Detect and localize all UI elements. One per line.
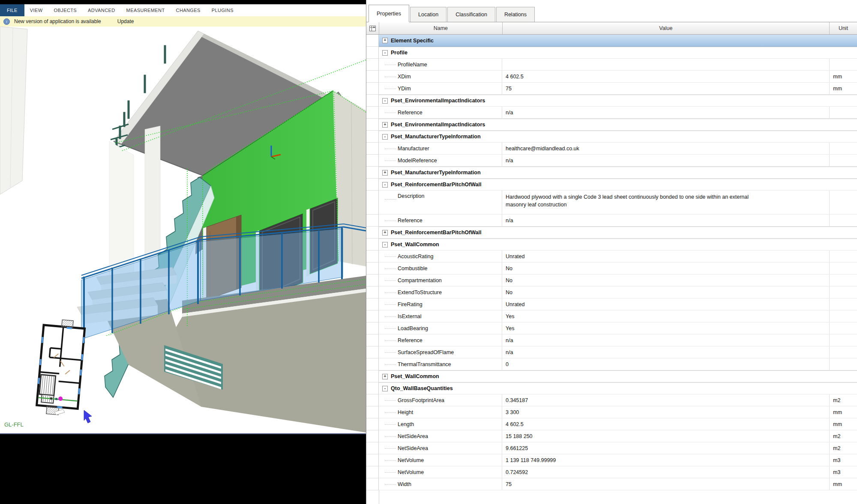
menu-item-measurement[interactable]: MEASUREMENT xyxy=(121,4,171,16)
collapse-icon[interactable]: - xyxy=(382,386,388,391)
row-selector[interactable] xyxy=(366,251,379,262)
property-row[interactable]: AcousticRatingUnrated xyxy=(366,251,857,262)
property-row[interactable]: SurfaceSpreadOfFlamen/a xyxy=(366,346,857,358)
3d-viewport[interactable]: GL-FFL xyxy=(0,27,366,433)
row-selector[interactable] xyxy=(366,227,379,239)
property-row[interactable]: Height3 300mm xyxy=(366,406,857,418)
expand-icon[interactable]: + xyxy=(382,374,388,379)
row-selector[interactable] xyxy=(366,95,379,107)
property-row[interactable]: FireRatingUnrated xyxy=(366,298,857,310)
expand-icon[interactable]: + xyxy=(382,170,388,176)
tab-properties[interactable]: Properties xyxy=(369,5,409,22)
column-header-name[interactable]: Name xyxy=(379,22,503,34)
property-row[interactable]: CombustibleNo xyxy=(366,262,857,274)
row-selector[interactable] xyxy=(366,370,379,382)
property-row[interactable]: +Pset_WallCommon xyxy=(366,370,857,382)
grid-settings-cell[interactable]: ▾ xyxy=(366,22,379,34)
row-selector[interactable] xyxy=(366,215,379,227)
menu-item-changes[interactable]: CHANGES xyxy=(171,4,206,16)
row-selector[interactable] xyxy=(366,310,379,322)
floorplan-minimap[interactable] xyxy=(36,318,85,417)
property-row[interactable]: DescriptionHardwood plywood with a singl… xyxy=(366,191,857,215)
row-selector[interactable] xyxy=(366,478,379,490)
row-selector[interactable] xyxy=(366,466,379,478)
expand-icon[interactable]: + xyxy=(382,230,388,236)
row-selector[interactable] xyxy=(366,382,379,394)
expand-icon[interactable]: + xyxy=(382,122,388,128)
property-row[interactable]: +Pset_ReinforcementBarPitchOfWall xyxy=(366,227,857,239)
property-row[interactable]: CompartmentationNo xyxy=(366,274,857,286)
property-row[interactable]: YDim75mm xyxy=(366,83,857,95)
row-selector[interactable] xyxy=(366,430,379,442)
property-row[interactable]: ModelReferencen/a xyxy=(366,155,857,167)
property-row[interactable]: IsExternalYes xyxy=(366,310,857,322)
row-selector[interactable] xyxy=(366,35,379,47)
collapse-icon[interactable]: - xyxy=(382,134,388,140)
property-row[interactable]: Width75mm xyxy=(366,478,857,490)
row-selector[interactable] xyxy=(366,143,379,155)
property-row[interactable]: ExtendToStructureNo xyxy=(366,286,857,298)
row-selector[interactable] xyxy=(366,454,379,466)
property-row[interactable]: -Pset_WallCommon xyxy=(366,239,857,251)
row-selector[interactable] xyxy=(366,322,379,334)
collapse-icon[interactable]: - xyxy=(382,98,388,104)
property-row[interactable]: Manufacturerhealthcare@midlandlead.co.uk xyxy=(366,143,857,155)
row-selector[interactable] xyxy=(366,298,379,310)
expand-icon[interactable]: + xyxy=(382,38,388,43)
menu-item-view[interactable]: VIEW xyxy=(24,4,48,16)
menu-item-plugins[interactable]: PLUGINS xyxy=(206,4,239,16)
property-row[interactable]: -Pset_ReinforcementBarPitchOfWall xyxy=(366,179,857,191)
property-row[interactable]: Referencen/a xyxy=(366,107,857,119)
row-selector[interactable] xyxy=(366,191,379,215)
property-row[interactable]: Length4 602.5mm xyxy=(366,418,857,430)
tab-location[interactable]: Location xyxy=(410,7,446,22)
row-selector[interactable] xyxy=(366,131,379,143)
row-selector[interactable] xyxy=(366,71,379,83)
property-row[interactable]: +Element Specific xyxy=(366,35,857,47)
property-row[interactable]: -Profile xyxy=(366,47,857,59)
column-header-value[interactable]: Value xyxy=(503,22,830,34)
row-selector[interactable] xyxy=(366,47,379,59)
property-row[interactable]: ThermalTransmittance0 xyxy=(366,358,857,370)
row-selector[interactable] xyxy=(366,334,379,346)
property-row[interactable]: +Pset_EnvironmentalImpactIndicators xyxy=(366,119,857,131)
row-selector[interactable] xyxy=(366,394,379,406)
property-row[interactable]: +Pset_ManufacturerTypeInformation xyxy=(366,167,857,179)
row-selector[interactable] xyxy=(366,179,379,191)
row-selector[interactable] xyxy=(366,406,379,418)
collapse-icon[interactable]: - xyxy=(382,50,388,56)
row-selector[interactable] xyxy=(366,286,379,298)
tab-relations[interactable]: Relations xyxy=(496,7,535,22)
menu-item-advanced[interactable]: ADVANCED xyxy=(82,4,121,16)
menu-item-file[interactable]: FILE xyxy=(0,4,24,16)
row-selector[interactable] xyxy=(366,418,379,430)
row-selector[interactable] xyxy=(366,346,379,358)
property-row[interactable]: Referencen/a xyxy=(366,334,857,346)
row-selector[interactable] xyxy=(366,155,379,167)
row-selector[interactable] xyxy=(366,274,379,286)
update-button[interactable]: Update xyxy=(117,18,134,24)
column-header-unit[interactable]: Unit xyxy=(830,22,857,34)
property-row[interactable]: NetSideArea9.661225m2 xyxy=(366,442,857,454)
property-row[interactable]: NetVolume1 139 118 749.99999m3 xyxy=(366,454,857,466)
property-row[interactable]: GrossFootprintArea0.345187m2 xyxy=(366,394,857,406)
collapse-icon[interactable]: - xyxy=(382,182,388,188)
row-selector[interactable] xyxy=(366,358,379,370)
property-row[interactable]: -Pset_EnvironmentalImpactIndicators xyxy=(366,95,857,107)
row-selector[interactable] xyxy=(366,239,379,251)
row-selector[interactable] xyxy=(366,59,379,71)
menu-item-objects[interactable]: OBJECTS xyxy=(48,4,83,16)
property-row[interactable]: NetVolume0.724592m3 xyxy=(366,466,857,478)
property-row[interactable]: LoadBearingYes xyxy=(366,322,857,334)
tab-classification[interactable]: Classification xyxy=(447,7,495,22)
property-row[interactable]: -Pset_ManufacturerTypeInformation xyxy=(366,131,857,143)
left-wall[interactable] xyxy=(0,27,27,194)
row-selector[interactable] xyxy=(366,262,379,274)
row-selector[interactable] xyxy=(366,442,379,454)
property-row[interactable]: ProfileName xyxy=(366,59,857,71)
property-row[interactable]: NetSideArea15 188 250m2 xyxy=(366,430,857,442)
row-selector[interactable] xyxy=(366,107,379,119)
property-row[interactable]: Referencen/a xyxy=(366,215,857,227)
row-selector[interactable] xyxy=(366,167,379,179)
row-selector[interactable] xyxy=(366,119,379,131)
